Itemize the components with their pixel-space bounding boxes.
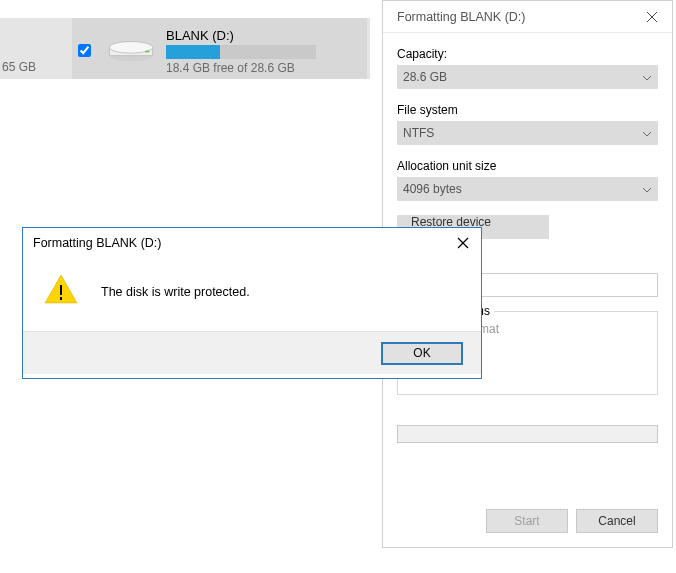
error-dialog-body: The disk is write protected. — [23, 258, 481, 331]
drive-tile[interactable]: BLANK (D:) 18.4 GB free of 28.6 GB — [72, 18, 367, 79]
svg-rect-9 — [60, 285, 62, 295]
close-icon[interactable] — [640, 5, 664, 29]
format-dialog-titlebar: Formatting BLANK (D:) — [383, 1, 672, 33]
drive-subtitle: 18.4 GB free of 28.6 GB — [166, 61, 367, 75]
chevron-down-icon — [642, 70, 652, 84]
partial-drive-text: 65 GB — [0, 60, 70, 74]
filesystem-field: File system NTFS — [397, 103, 658, 145]
filesystem-dropdown[interactable]: NTFS — [397, 121, 658, 145]
error-dialog: Formatting BLANK (D:) The disk is write … — [22, 227, 482, 379]
filesystem-label: File system — [397, 103, 658, 117]
chevron-down-icon — [642, 126, 652, 140]
format-dialog-footer: Start Cancel — [486, 509, 658, 533]
allocation-field: Allocation unit size 4096 bytes — [397, 159, 658, 201]
error-message-text: The disk is write protected. — [101, 285, 250, 299]
filesystem-value: NTFS — [403, 126, 434, 140]
drive-usage-fill — [166, 45, 220, 59]
capacity-field: Capacity: 28.6 GB — [397, 47, 658, 89]
drive-usage-bar — [166, 45, 316, 59]
format-dialog-title: Formatting BLANK (D:) — [397, 10, 526, 24]
capacity-label: Capacity: — [397, 47, 658, 61]
drive-checkbox[interactable] — [78, 44, 91, 57]
allocation-dropdown[interactable]: 4096 bytes — [397, 177, 658, 201]
svg-rect-10 — [60, 297, 62, 300]
partial-drive-tile: 65 GB — [0, 38, 70, 78]
drive-title: BLANK (D:) — [166, 28, 367, 43]
svg-rect-3 — [145, 50, 149, 52]
format-progress-bar — [397, 425, 658, 443]
drive-icon — [96, 30, 166, 68]
allocation-value: 4096 bytes — [403, 182, 462, 196]
drive-checkbox-wrap — [72, 40, 96, 57]
allocation-label: Allocation unit size — [397, 159, 658, 173]
cancel-button[interactable]: Cancel — [576, 509, 658, 533]
capacity-value: 28.6 GB — [403, 70, 447, 84]
error-dialog-titlebar: Formatting BLANK (D:) — [23, 228, 481, 258]
start-button[interactable]: Start — [486, 509, 568, 533]
capacity-dropdown[interactable]: 28.6 GB — [397, 65, 658, 89]
close-icon[interactable] — [451, 231, 475, 255]
error-dialog-title: Formatting BLANK (D:) — [33, 236, 162, 250]
error-dialog-footer: OK — [23, 331, 481, 374]
drive-info: BLANK (D:) 18.4 GB free of 28.6 GB — [166, 22, 367, 75]
ok-button[interactable]: OK — [381, 342, 463, 365]
warning-icon — [43, 272, 79, 311]
chevron-down-icon — [642, 182, 652, 196]
